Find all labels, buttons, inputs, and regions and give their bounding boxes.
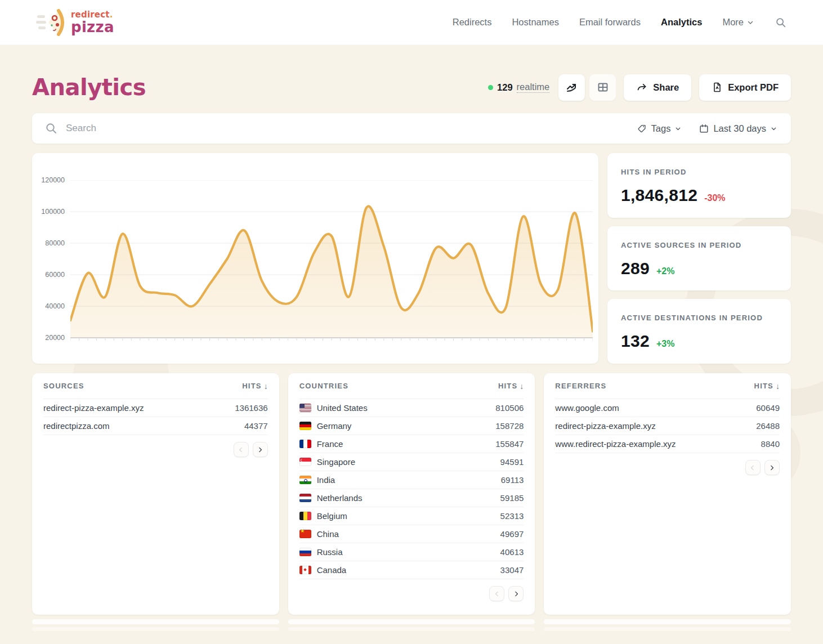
- card-peek: [288, 619, 535, 624]
- table-row: Netherlands59185: [299, 489, 524, 507]
- row-hits: 40613: [500, 547, 524, 557]
- tags-filter[interactable]: Tags: [636, 121, 683, 136]
- sort-desc-icon: ↓: [776, 382, 780, 391]
- row-label: United States: [317, 403, 490, 413]
- table-row: France155847: [299, 435, 524, 453]
- row-hits: 158728: [495, 421, 524, 431]
- row-hits: 1361636: [235, 403, 267, 413]
- pagination: [555, 453, 780, 482]
- prev-page-button[interactable]: [489, 586, 504, 601]
- row-label: redirect-pizza-example.xyz: [43, 403, 229, 413]
- row-hits: 44377: [244, 421, 268, 431]
- line-chart-icon: [565, 80, 579, 94]
- filter-bar: Tags Last 30 days: [32, 113, 791, 144]
- row-hits: 59185: [500, 493, 524, 503]
- row-label: www.google.com: [555, 403, 750, 413]
- chevron-down-icon: [770, 125, 777, 132]
- title-controls: 129 realtime: [488, 74, 791, 101]
- card-peek: [544, 627, 791, 631]
- next-page-button[interactable]: [764, 460, 780, 475]
- analytics-page: Analytics 129 realtime: [0, 70, 823, 631]
- realtime-link[interactable]: realtime: [517, 82, 550, 93]
- row-hits: 155847: [495, 439, 524, 449]
- pagination: [299, 579, 524, 608]
- row-hits: 69113: [501, 475, 524, 485]
- table-row: Canada33047: [299, 561, 524, 579]
- flag-fr-icon: [299, 440, 311, 448]
- hits-chart-card: 12000010000080000600004000020000: [32, 153, 598, 364]
- tag-icon: [637, 123, 647, 134]
- pagination: [43, 435, 268, 464]
- hits-sort-control[interactable]: HITS ↓: [242, 382, 267, 391]
- sort-desc-icon: ↓: [520, 382, 524, 391]
- nav-more[interactable]: More: [722, 17, 754, 28]
- flag-sg-icon: [299, 458, 311, 466]
- nav-analytics[interactable]: Analytics: [661, 17, 702, 28]
- stat-active-destinations: ACTIVE DESTINATIONS IN PERIOD 132 +3%: [607, 299, 791, 364]
- row-label: Singapore: [317, 457, 495, 467]
- card-peek: [32, 619, 279, 624]
- referrers-table: REFERRERS HITS ↓ www.google.com60649redi…: [544, 373, 791, 615]
- y-tick-label: 60000: [32, 271, 65, 279]
- table-row: Russia40613: [299, 543, 524, 561]
- y-tick-label: 80000: [32, 239, 65, 247]
- search-icon: [44, 122, 58, 135]
- share-icon: [636, 82, 648, 93]
- table-row: www.redirect-pizza-example.xyz8840: [555, 435, 780, 453]
- realtime-count: 129: [497, 82, 513, 93]
- hits-sort-control[interactable]: HITS ↓: [754, 382, 780, 391]
- app-header: redirect. pizza Redirects Hostnames Emai…: [0, 0, 823, 45]
- search-input[interactable]: [66, 123, 628, 134]
- next-page-button[interactable]: [253, 442, 268, 457]
- share-button[interactable]: Share: [624, 74, 691, 101]
- table-row: India69113: [299, 471, 524, 489]
- table-grid-icon: [596, 80, 610, 94]
- prev-page-button[interactable]: [234, 442, 249, 457]
- prev-page-button[interactable]: [745, 460, 761, 475]
- stats-column: HITS IN PERIOD 1,846,812 -30% ACTIVE SOU…: [607, 153, 791, 364]
- stat-label: ACTIVE SOURCES IN PERIOD: [621, 241, 777, 249]
- row-hits: 49697: [500, 529, 524, 539]
- stat-value: 132: [621, 332, 650, 351]
- export-pdf-button[interactable]: Export PDF: [699, 74, 791, 101]
- chart-view-button[interactable]: [558, 74, 585, 101]
- row-hits: 8840: [761, 439, 780, 449]
- nav-hostnames[interactable]: Hostnames: [512, 17, 558, 28]
- row-label: Belgium: [317, 511, 495, 521]
- countries-table: COUNTRIES HITS ↓ United States810506Germ…: [288, 373, 535, 615]
- pizza-slice-icon: [36, 8, 65, 37]
- row-hits: 52313: [500, 511, 524, 521]
- row-hits: 26488: [756, 421, 780, 431]
- row-label: Canada: [317, 565, 495, 575]
- brand-logo[interactable]: redirect. pizza: [36, 8, 114, 37]
- page-title: Analytics: [32, 74, 146, 100]
- stat-value: 1,846,812: [621, 186, 697, 205]
- nav-search-button[interactable]: [775, 16, 787, 29]
- pdf-file-icon: [712, 82, 723, 93]
- row-label: www.redirect-pizza-example.xyz: [555, 439, 755, 449]
- flag-de-icon: [299, 422, 311, 430]
- table-row: Singapore94591: [299, 453, 524, 471]
- view-toggle: [558, 74, 616, 101]
- row-label: Russia: [317, 547, 495, 557]
- row-label: Netherlands: [317, 493, 495, 503]
- table-view-button[interactable]: [589, 74, 616, 101]
- nav-redirects[interactable]: Redirects: [453, 17, 492, 28]
- sources-table: SOURCES HITS ↓ redirect-pizza-example.xy…: [32, 373, 279, 615]
- sort-desc-icon: ↓: [264, 382, 268, 391]
- y-tick-label: 20000: [32, 334, 65, 342]
- nav-email-forwards[interactable]: Email forwards: [579, 17, 641, 28]
- realtime-status-dot: [488, 85, 493, 90]
- calendar-icon: [699, 123, 709, 134]
- date-range-filter[interactable]: Last 30 days: [697, 121, 779, 136]
- table-row: www.google.com60649: [555, 399, 780, 417]
- realtime-indicator: 129 realtime: [488, 82, 549, 93]
- card-peek: [544, 619, 791, 624]
- card-peek: [32, 627, 279, 631]
- flag-nl-icon: [299, 494, 311, 502]
- flag-ca-icon: [299, 566, 311, 574]
- hits-sort-control[interactable]: HITS ↓: [498, 382, 524, 391]
- row-label: redirect-pizza-example.xyz: [555, 421, 750, 431]
- stat-delta-badge: +2%: [656, 266, 674, 276]
- next-page-button[interactable]: [508, 586, 524, 601]
